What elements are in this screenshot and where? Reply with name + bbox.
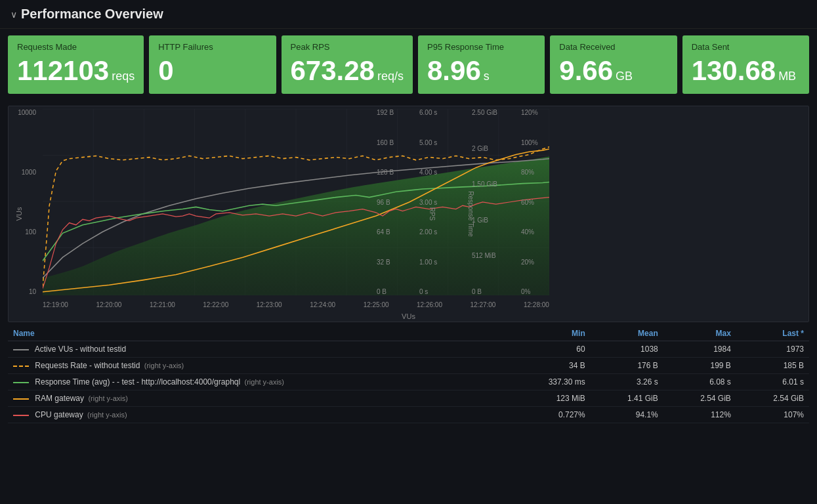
y-left-1000: 1000 (11, 169, 39, 176)
y-left-10: 10 (11, 288, 39, 295)
legend-row-1: Requests Rate - without testid (right y-… (8, 358, 809, 374)
stat-cards: Requests Made 112103reqs HTTP Failures 0… (0, 29, 817, 100)
legend-min-3: 123 MiB (507, 390, 591, 407)
legend-suffix-2: (right y-axis) (245, 378, 285, 386)
legend-min-2: 337.30 ms (507, 374, 591, 390)
stat-label-data-received: Data Received (559, 42, 667, 52)
x-label-6: 12:25:00 (364, 301, 389, 308)
stat-label-data-sent: Data Sent (692, 42, 800, 52)
stat-value-http-failures: 0 (158, 57, 266, 85)
legend-suffix-3: (right y-axis) (88, 394, 128, 402)
legend-max-2: 6.08 s (663, 374, 736, 390)
x-label-1: 12:20:00 (96, 301, 121, 308)
legend-indicator-1 (13, 366, 29, 367)
legend-last-0: 1973 (736, 341, 809, 358)
legend-max-1: 199 B (663, 358, 736, 374)
legend-indicator-0 (13, 349, 29, 350)
stat-value-p95-response-time: 8.96s (427, 57, 535, 85)
stat-value-data-sent: 130.68MB (692, 57, 800, 85)
stat-label-requests-made: Requests Made (17, 42, 135, 52)
legend-indicator-4 (13, 415, 29, 416)
y-left-10000: 10000 (11, 109, 39, 116)
col-last: Last * (736, 326, 809, 341)
legend-mean-0: 1038 (591, 341, 663, 358)
stat-unit-p95-response-time: s (484, 70, 490, 82)
stat-card-data-sent: Data Sent 130.68MB (682, 35, 809, 94)
stat-card-p95-response-time: P95 Response Time 8.96s (418, 35, 545, 94)
chevron-icon: ∨ (10, 9, 17, 20)
x-axis-label: VUs (402, 312, 415, 320)
col-min: Min (507, 326, 591, 341)
legend-table: Name Min Mean Max Last * Active VUs - wi… (8, 326, 809, 423)
x-axis: 12:19:00 12:20:00 12:21:00 12:22:00 12:2… (43, 301, 549, 308)
col-mean: Mean (591, 326, 663, 341)
col-max: Max (663, 326, 736, 341)
page-title: Performance Overview (21, 7, 163, 22)
legend-row-4: CPU gateway (right y-axis) 0.727% 94.1% … (8, 407, 809, 423)
legend-indicator-2 (13, 382, 29, 383)
legend-last-2: 6.01 s (736, 374, 809, 390)
stat-unit-requests-made: reqs (112, 70, 135, 82)
stat-unit-data-received: GB (616, 70, 633, 82)
x-label-4: 12:23:00 (257, 301, 282, 308)
y-axis-left: 10000 1000 100 10 (9, 106, 41, 295)
y-axis-bytes: 192 B 160 B 128 B 96 B 64 B 32 B 0 B (375, 106, 408, 295)
legend-min-1: 34 B (507, 358, 591, 374)
legend-mean-2: 3.26 s (591, 374, 663, 390)
legend-name-0: Active VUs - without testid (8, 341, 507, 358)
x-label-9: 12:28:00 (524, 301, 549, 308)
stat-label-http-failures: HTTP Failures (158, 42, 266, 52)
header: ∨ Performance Overview (0, 0, 817, 29)
x-label-5: 12:24:00 (310, 301, 335, 308)
legend-mean-4: 94.1% (591, 407, 663, 423)
legend-last-3: 2.54 GiB (736, 390, 809, 407)
chart-container: 10000 1000 100 10 VUs (8, 106, 809, 322)
legend-name-4: CPU gateway (right y-axis) (8, 407, 507, 423)
legend-suffix-4: (right y-axis) (87, 411, 127, 419)
legend-row-2: Response Time (avg) - - test - http://lo… (8, 374, 809, 390)
y-axis-gib: 2.50 GiB 2 GiB 1.50 GiB 1 GiB 512 MiB 0 … (471, 106, 507, 295)
legend-mean-3: 1.41 GiB (591, 390, 663, 407)
stat-unit-peak-rps: req/s (377, 70, 404, 82)
x-label-8: 12:27:00 (471, 301, 496, 308)
legend-name-2: Response Time (avg) - - test - http://lo… (8, 374, 507, 390)
stat-card-http-failures: HTTP Failures 0 (149, 35, 276, 94)
x-label-0: 12:19:00 (43, 301, 68, 308)
rps-label: RPS (429, 207, 436, 221)
legend-mean-1: 176 B (591, 358, 663, 374)
stat-value-data-received: 9.66GB (559, 57, 667, 85)
stat-card-peak-rps: Peak RPS 673.28req/s (282, 35, 413, 94)
y-axis-percent: 120% 100% 80% 60% 40% 20% 0% (520, 106, 549, 295)
y-left-100: 100 (11, 228, 39, 236)
legend-row-3: RAM gateway (right y-axis) 123 MiB 1.41 … (8, 390, 809, 407)
legend-max-0: 1984 (663, 341, 736, 358)
legend-indicator-3 (13, 398, 29, 400)
legend-row-0: Active VUs - without testid 60 1038 1984… (8, 341, 809, 358)
stat-card-requests-made: Requests Made 112103reqs (8, 35, 144, 94)
y-axis-response-time: 6.00 s 5.00 s 4.00 s 3.00 s 2.00 s 1.00 … (418, 106, 454, 295)
legend-max-3: 2.54 GiB (663, 390, 736, 407)
stat-label-peak-rps: Peak RPS (291, 42, 404, 52)
legend-max-4: 112% (663, 407, 736, 423)
legend-suffix-1: (right y-axis) (144, 362, 184, 369)
legend-min-0: 60 (507, 341, 591, 358)
x-label-2: 12:21:00 (150, 301, 175, 308)
chart-section: 10000 1000 100 10 VUs (0, 100, 817, 423)
stat-label-p95-response-time: P95 Response Time (427, 42, 535, 52)
stat-value-peak-rps: 673.28req/s (291, 57, 404, 85)
legend-last-1: 185 B (736, 358, 809, 374)
x-label-7: 12:26:00 (417, 301, 442, 308)
legend-name-3: RAM gateway (right y-axis) (8, 390, 507, 407)
x-label-3: 12:22:00 (203, 301, 228, 308)
stat-unit-data-sent: MB (778, 70, 796, 82)
col-name: Name (8, 326, 507, 341)
stat-card-data-received: Data Received 9.66GB (550, 35, 677, 94)
legend-last-4: 107% (736, 407, 809, 423)
legend-name-1: Requests Rate - without testid (right y-… (8, 358, 507, 374)
stat-value-requests-made: 112103reqs (17, 57, 135, 85)
legend-min-4: 0.727% (507, 407, 591, 423)
y-label-vus: VUs (15, 207, 23, 221)
